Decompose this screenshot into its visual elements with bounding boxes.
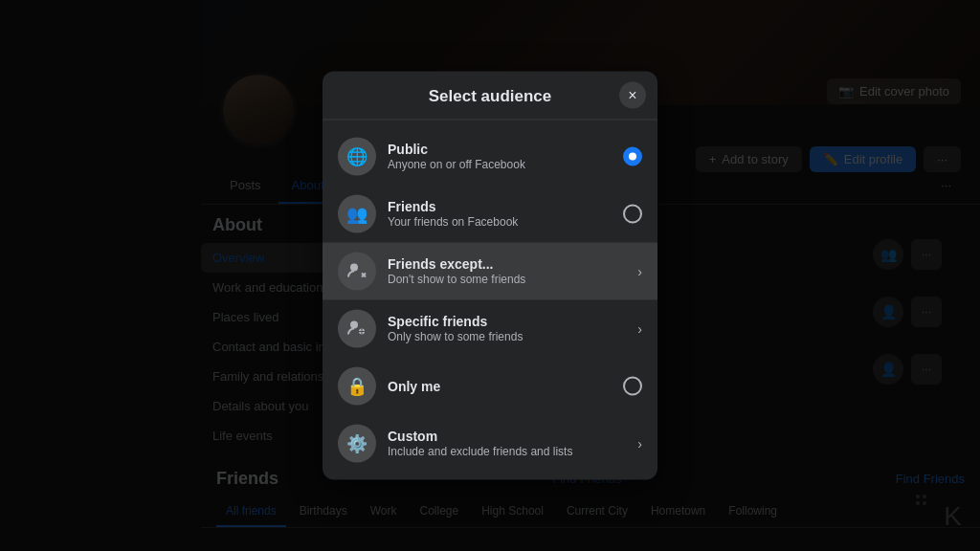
specific-friends-name: Specific friends <box>388 313 626 330</box>
svg-point-0 <box>350 264 358 272</box>
specific-friends-text: Specific friends Only show to some frien… <box>388 313 626 345</box>
audience-option-only-me[interactable]: 🔒 Only me <box>323 358 657 415</box>
public-text: Public Anyone on or off Facebook <box>388 141 612 173</box>
audience-option-friends[interactable]: 👥 Friends Your friends on Facebook <box>323 186 657 243</box>
select-audience-modal: Select audience × 🌐 Public Anyone on or … <box>323 72 657 480</box>
svg-point-3 <box>350 321 358 329</box>
friends-text: Friends Your friends on Facebook <box>388 198 612 231</box>
custom-name: Custom <box>388 428 626 445</box>
only-me-name: Only me <box>388 377 612 394</box>
public-icon: 🌐 <box>338 138 376 176</box>
friends-name: Friends <box>388 198 612 215</box>
only-me-icon: 🔒 <box>338 367 376 406</box>
close-icon: × <box>628 87 636 104</box>
custom-chevron: › <box>637 436 642 452</box>
specific-friends-desc: Only show to some friends <box>388 330 626 345</box>
friends-radio <box>623 205 642 224</box>
public-name: Public <box>388 141 612 158</box>
audience-option-specific-friends[interactable]: Specific friends Only show to some frien… <box>323 300 657 358</box>
modal-title: Select audience <box>429 87 552 106</box>
public-radio <box>623 147 642 166</box>
friends-icon: 👥 <box>338 195 376 233</box>
specific-friends-chevron: › <box>637 321 642 337</box>
audience-option-custom[interactable]: ⚙️ Custom Include and exclude friends an… <box>323 415 657 473</box>
specific-friends-icon <box>338 310 376 348</box>
custom-icon: ⚙️ <box>338 425 376 463</box>
friends-except-text: Friends except... Don't show to some fri… <box>388 255 626 288</box>
custom-desc: Include and exclude friends and lists <box>388 445 626 460</box>
modal-close-button[interactable]: × <box>619 82 646 109</box>
friends-except-icon <box>338 253 376 291</box>
public-desc: Anyone on or off Facebook <box>388 158 612 173</box>
modal-header: Select audience × <box>323 72 657 121</box>
only-me-text: Only me <box>388 377 612 394</box>
audience-option-friends-except[interactable]: Friends except... Don't show to some fri… <box>323 243 657 300</box>
audience-option-public[interactable]: 🌐 Public Anyone on or off Facebook <box>323 128 657 186</box>
friends-except-name: Friends except... <box>388 255 626 273</box>
friends-except-chevron: › <box>637 264 642 279</box>
friends-desc: Your friends on Facebook <box>388 215 612 231</box>
only-me-radio <box>623 377 642 396</box>
friends-except-desc: Don't show to some friends <box>388 273 626 288</box>
audience-list: 🌐 Public Anyone on or off Facebook 👥 Fri… <box>323 121 657 480</box>
custom-text: Custom Include and exclude friends and l… <box>388 428 626 460</box>
